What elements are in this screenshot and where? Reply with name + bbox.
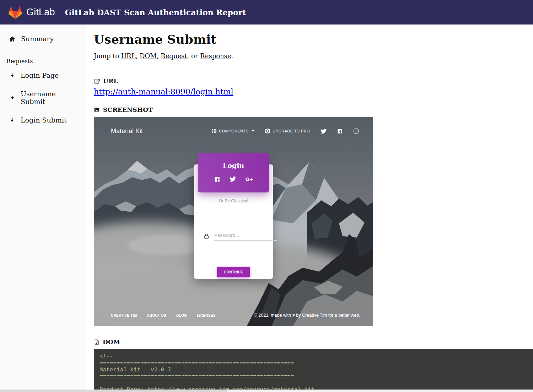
- depicted-footer-link: BLOG: [176, 314, 187, 317]
- facebook-icon: [337, 129, 343, 134]
- depicted-footer: CREATIVE TIM ABOUT US BLOG LICENSES © 20…: [94, 304, 373, 326]
- sidebar-item-label: Login Page: [21, 71, 59, 79]
- jump-separator: , or: [187, 52, 200, 60]
- jump-prefix: Jump to: [94, 52, 121, 60]
- instagram-icon: [353, 128, 359, 134]
- depicted-footer-link: CREATIVE TIM: [111, 314, 137, 317]
- section-label: URL: [103, 77, 118, 85]
- bolt-icon: [10, 94, 15, 101]
- sidebar-item-login-submit[interactable]: Login Submit: [0, 111, 86, 129]
- sidebar: Summary Requests Login Page Username Sub…: [0, 24, 86, 392]
- horizontal-scrollbar-thumb[interactable]: [0, 390, 227, 392]
- sidebar-item-label: Username Submit: [21, 90, 82, 105]
- depicted-login-card: Login G+ Or Be Classical: [194, 164, 273, 279]
- sidebar-item-username-submit[interactable]: Username Submit: [0, 85, 86, 111]
- depicted-social-buttons: G+: [198, 176, 269, 182]
- sidebar-item-login-page[interactable]: Login Page: [0, 66, 86, 85]
- depicted-navbar: Material Kit COMPONENTS: [94, 117, 373, 145]
- depicted-divider-text: Or Be Classical: [194, 198, 273, 203]
- dom-section-heading: DOM: [94, 338, 533, 345]
- jump-separator: ,: [136, 52, 140, 60]
- facebook-icon: [214, 176, 220, 182]
- jump-separator: ,: [157, 52, 161, 60]
- image-icon: [94, 107, 100, 113]
- jump-link-url[interactable]: URL: [121, 52, 136, 60]
- sidebar-item-summary[interactable]: Summary: [0, 31, 86, 47]
- sidebar-item-label: Summary: [21, 35, 54, 43]
- jump-link-request[interactable]: Request: [161, 52, 187, 60]
- depicted-copyright: © 2021, made with ♥ by Creative Tim for …: [254, 313, 360, 318]
- depicted-continue-button: CONTINUE: [217, 267, 250, 277]
- depicted-footer-links: CREATIVE TIM ABOUT US BLOG LICENSES: [111, 314, 216, 317]
- grid-icon: [212, 129, 216, 133]
- sidebar-item-label: Login Submit: [21, 116, 67, 124]
- google-plus-icon: G+: [246, 176, 253, 182]
- page-title: Username Submit: [94, 32, 533, 47]
- depicted-password-input: [214, 231, 277, 241]
- jump-link-dom[interactable]: DOM: [140, 52, 157, 60]
- bolt-icon: [10, 117, 15, 124]
- upgrade-icon: [265, 129, 270, 134]
- lock-icon: [203, 233, 210, 239]
- depicted-upgrade-link: UPGRADE TO PRO: [265, 129, 310, 134]
- bolt-icon: [10, 72, 15, 79]
- url-section-heading: URL: [94, 77, 533, 85]
- report-title: GitLab DAST Scan Authentication Report: [65, 8, 246, 17]
- depicted-upgrade-label: UPGRADE TO PRO: [273, 129, 310, 133]
- horizontal-scrollbar[interactable]: [0, 390, 533, 392]
- depicted-components-menu: COMPONENTS: [212, 129, 254, 133]
- dom-code-block: <!-- ===================================…: [94, 349, 533, 392]
- file-icon: [94, 339, 99, 345]
- gitlab-tanuki-icon: [8, 5, 23, 20]
- section-label: DOM: [103, 338, 120, 345]
- depicted-brand: Material Kit: [111, 127, 143, 135]
- auth-screenshot-image: Material Kit COMPONENTS: [94, 117, 373, 326]
- gitlab-brand: GitLab: [8, 5, 55, 20]
- sidebar-requests-label: Requests: [0, 58, 86, 65]
- gitlab-wordmark: GitLab: [26, 7, 55, 18]
- section-label: SCREENSHOT: [103, 106, 153, 113]
- depicted-footer-link: LICENSES: [197, 314, 215, 317]
- jump-period: .: [231, 52, 233, 60]
- chevron-down-icon: [252, 130, 254, 132]
- depicted-login-card-header: Login G+: [198, 153, 269, 192]
- main-content: Username Submit Jump to URL, DOM, Reques…: [86, 24, 533, 392]
- scanned-url-link[interactable]: http://auth-manual:8090/login.html: [94, 87, 233, 96]
- jump-link-response[interactable]: Response: [200, 52, 231, 60]
- screenshot-section-heading: SCREENSHOT: [94, 106, 533, 113]
- depicted-footer-link: ABOUT US: [147, 314, 166, 317]
- twitter-icon: [230, 176, 236, 182]
- home-icon: [9, 36, 16, 42]
- app-header: GitLab GitLab DAST Scan Authentication R…: [0, 0, 533, 24]
- jump-links: Jump to URL, DOM, Request, or Response.: [94, 52, 533, 60]
- twitter-icon: [321, 129, 327, 134]
- depicted-login-title: Login: [198, 162, 269, 169]
- external-link-icon: [94, 78, 100, 84]
- depicted-components-label: COMPONENTS: [219, 129, 248, 133]
- depicted-password-row: [203, 231, 264, 241]
